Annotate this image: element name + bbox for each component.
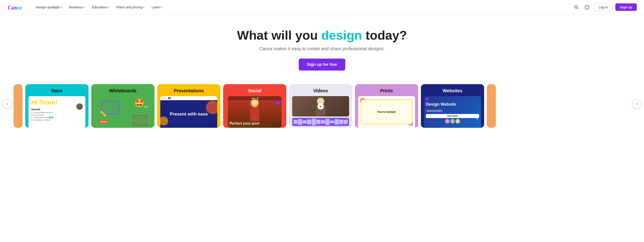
vid-waveform <box>292 118 349 126</box>
chevron-down-icon: ▾ <box>161 6 162 8</box>
waveform-bar <box>294 120 298 124</box>
hero-section: What will you design today? Canva makes … <box>0 15 644 80</box>
waveform-bar <box>312 118 316 125</box>
web-speaker-avatars <box>426 119 479 124</box>
card-prints-label: Prints <box>355 84 418 96</box>
svg-text:?: ? <box>586 6 588 9</box>
canva-logo-sm: C <box>168 97 171 99</box>
web-canva-logo: C <box>426 97 428 101</box>
docs-preview: Hi Team! Agenda Acknowledgement of co...… <box>28 96 85 128</box>
wb-label-james: James <box>99 120 108 123</box>
wb-label-ash: Ash <box>142 105 149 108</box>
waveform-bar <box>321 120 325 124</box>
nav-education-label: Education <box>92 5 107 9</box>
card-docs-body: Hi Team! Agenda Acknowledgement of co...… <box>25 96 88 128</box>
pres-dot-yellow <box>164 98 164 99</box>
nav-learn-label: Learn <box>152 5 160 9</box>
card-partial-left <box>14 84 22 128</box>
social-overlay-text: Perfect your post <box>230 121 260 126</box>
card-presentations-label: Presentations <box>157 84 220 96</box>
prints-invite-card: You're invited! <box>361 99 412 125</box>
web-speakers-label: SPEAKERS <box>426 114 479 118</box>
card-videos-label: Videos <box>289 84 352 96</box>
docs-item-2: Ice breakers <box>31 114 76 116</box>
card-videos[interactable]: Videos ▶ <box>289 84 352 128</box>
card-websites[interactable]: Websites C Design Website BOOK YOUR SPOT… <box>421 84 484 128</box>
social-preview: ●●● ▐ C Perfect your post <box>228 96 282 128</box>
card-presentations[interactable]: Presentations C Present with ease <box>157 84 220 128</box>
chevron-down-icon: ▾ <box>61 6 62 8</box>
signup-button[interactable]: Sign up <box>615 4 637 11</box>
nav-design-spotlight[interactable]: Design spotlight ▾ <box>32 4 65 11</box>
hero-subheading: Canva makes it easy to create and share … <box>4 46 640 51</box>
nav-learn[interactable]: Learn ▾ <box>148 4 165 11</box>
search-icon[interactable] <box>572 3 580 11</box>
nav-right: ? Log in Sign up <box>572 3 637 11</box>
card-videos-body: ▶ <box>289 96 352 128</box>
chevron-down-icon: ▾ <box>108 6 109 8</box>
nav-plans-pricing-label: Plans and pricing <box>116 5 142 9</box>
chevron-down-icon: ▾ <box>84 6 85 8</box>
navbar: Can va Design spotlight ▾ Business ▾ Edu… <box>0 0 644 15</box>
svg-point-8 <box>252 99 258 106</box>
docs-avatar <box>76 103 83 110</box>
card-partial-right <box>487 84 496 128</box>
card-docs[interactable]: Docs Hi Team! Agenda Acknowledgement of … <box>25 84 88 128</box>
waveform-bar <box>339 120 343 124</box>
nav-business-label: Business <box>69 5 83 9</box>
social-canva-logo: C <box>276 101 280 105</box>
docs-item-4: Breakdown of teams <box>31 119 76 121</box>
waveform-bar <box>344 120 348 124</box>
card-whiteboards-label: Whiteboards <box>91 84 154 96</box>
waveform-bar <box>330 120 334 123</box>
help-icon[interactable]: ? <box>583 3 591 11</box>
chevron-down-icon: ▾ <box>143 6 144 8</box>
nav-plans-pricing[interactable]: Plans and pricing ▾ <box>113 4 148 11</box>
logo[interactable]: Can va <box>7 4 25 11</box>
wb-pencil-emoji: ✏️ <box>99 110 107 117</box>
svg-text:va: va <box>16 4 22 11</box>
web-book-button[interactable]: BOOK YOUR SPOT <box>426 110 443 112</box>
hero-cta-button[interactable]: Sign up for free <box>299 59 345 71</box>
docs-hi-text: Hi Team! <box>31 99 83 106</box>
card-prints-body: You're invited! <box>355 96 418 128</box>
card-docs-label: Docs <box>25 84 88 96</box>
card-presentations-body: C Present with ease <box>157 96 220 128</box>
pres-dot-green <box>165 98 166 99</box>
carousel-next-button[interactable]: › <box>632 99 641 108</box>
cursor-icon: ↖ <box>476 117 479 121</box>
nav-education[interactable]: Education ▾ <box>89 4 112 11</box>
docs-agenda-label: Agenda <box>31 108 76 110</box>
cards-section: ‹ › Docs Hi Team! Agenda Acknowledgement… <box>0 80 644 128</box>
cards-wrapper: Docs Hi Team! Agenda Acknowledgement of … <box>0 84 644 128</box>
waveform-bar <box>335 119 339 125</box>
chevron-right-icon: › <box>636 102 637 106</box>
tag-blue: new <box>48 116 53 118</box>
docs-item-3: Leadership intros new <box>31 116 76 118</box>
wb-rect-2 <box>133 115 147 126</box>
nav-design-spotlight-label: Design spotlight <box>36 5 60 9</box>
card-whiteboards[interactable]: Whiteboards 🤩 ✏️ James Ash <box>91 84 154 128</box>
carousel-prev-button[interactable]: ‹ <box>3 99 12 108</box>
prints-invited-text: You're invited! <box>377 110 396 114</box>
card-prints[interactable]: Prints You're invited! <box>355 84 418 128</box>
docs-item-1-text: Acknowledgement of co... <box>34 111 55 113</box>
waveform-bar <box>298 119 302 125</box>
hero-heading-accent: design <box>321 28 362 42</box>
waveform-bar <box>307 119 311 125</box>
waveform-bar <box>302 120 307 124</box>
nav-business[interactable]: Business ▾ <box>66 4 88 11</box>
login-button[interactable]: Log in <box>594 3 612 11</box>
prints-preview: You're invited! <box>358 96 415 128</box>
card-social[interactable]: Social ●●● ▐ C Perfect yo <box>223 84 286 128</box>
docs-item-4-text: Breakdown of teams <box>34 119 50 121</box>
docs-item-1: Acknowledgement of co... <box>31 111 76 113</box>
web-preview: C Design Website BOOK YOUR SPOT SPEAKERS… <box>424 96 481 128</box>
social-phone-notch: ●●● ▐ <box>228 96 282 100</box>
card-social-label: Social <box>223 84 286 96</box>
docs-item-2-text: Ice breakers <box>34 114 44 116</box>
vid-main-thumbnail: ▶ <box>292 96 349 116</box>
pres-dot-red <box>162 98 163 99</box>
hero-heading-after: today? <box>362 28 407 42</box>
card-websites-body: C Design Website BOOK YOUR SPOT SPEAKERS… <box>421 96 484 128</box>
